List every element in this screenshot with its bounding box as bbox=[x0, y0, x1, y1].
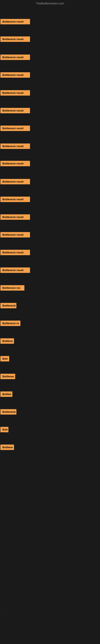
bottleneck-card-0: Bottleneck result bbox=[0, 19, 30, 24]
bottleneck-card-9: Bottleneck result bbox=[0, 179, 30, 184]
bottleneck-card-2: Bottleneck result bbox=[0, 54, 30, 60]
bottleneck-card-1: Bottleneck result bbox=[0, 36, 30, 42]
bottleneck-card-19: Bott bbox=[0, 356, 9, 362]
page-wrapper: TheBottlenecker.com Bottleneck resultBot… bbox=[0, 0, 100, 644]
bottleneck-card-3: Bottleneck result bbox=[0, 72, 30, 78]
bottleneck-card-15: Bottleneck res bbox=[0, 285, 24, 290]
bottleneck-card-13: Bottleneck result bbox=[0, 250, 30, 255]
bottleneck-card-22: Bottleneck bbox=[0, 409, 16, 414]
ellipsis-label: ... bbox=[1, 610, 2, 612]
bottleneck-card-8: Bottleneck result bbox=[0, 161, 30, 166]
bottleneck-card-6: Bottleneck result bbox=[0, 126, 30, 131]
bottleneck-card-11: Bottleneck result bbox=[0, 214, 30, 220]
bottleneck-card-4: Bottleneck result bbox=[0, 90, 30, 96]
bottleneck-card-21: Bottlen bbox=[0, 392, 12, 397]
bottleneck-card-17: Bottleneck re bbox=[0, 320, 20, 326]
bottleneck-card-16: Bottleneck bbox=[0, 303, 16, 308]
bottleneck-card-23: Bott bbox=[0, 427, 8, 432]
bottleneck-card-20: Bottlenec bbox=[0, 374, 15, 379]
bottleneck-card-5: Bottleneck result bbox=[0, 108, 30, 113]
bottleneck-card-7: Bottleneck result bbox=[0, 144, 30, 149]
bottleneck-card-12: Bottleneck result bbox=[0, 232, 30, 238]
cards-container: Bottleneck resultBottleneck resultBottle… bbox=[0, 8, 100, 490]
bottleneck-card-24: Bottlene bbox=[0, 444, 14, 450]
bottleneck-card-18: Bottlene bbox=[0, 338, 14, 344]
bottleneck-card-14: Bottleneck result bbox=[0, 268, 30, 273]
site-title: TheBottlenecker.com bbox=[36, 2, 64, 5]
site-header: TheBottlenecker.com bbox=[0, 0, 100, 8]
bottleneck-card-10: Bottleneck result bbox=[0, 196, 30, 202]
